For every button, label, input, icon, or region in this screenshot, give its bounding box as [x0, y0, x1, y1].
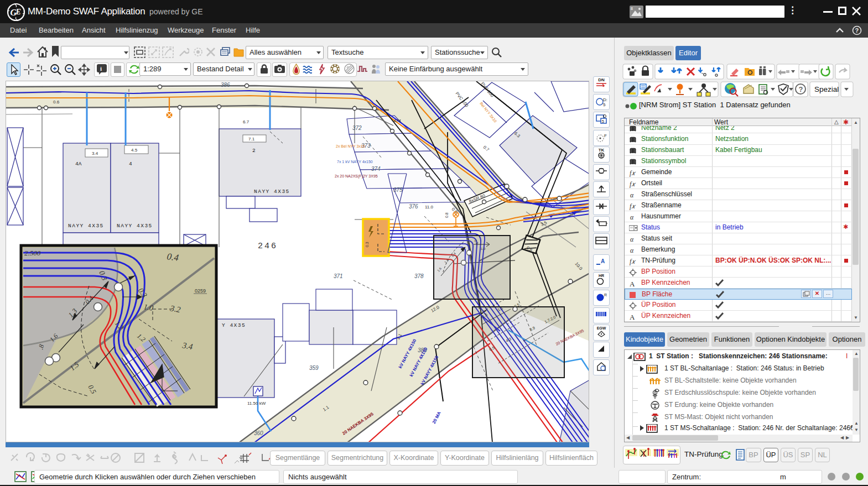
- svg-text:6.7: 6.7: [243, 119, 250, 124]
- svg-text:NAYY 4X35: NAYY 4X35: [254, 189, 290, 195]
- svg-text:386: 386: [221, 82, 230, 88]
- svg-text:2x 20 NA2XS(F)2Y 3X95: 2x 20 NA2XS(F)2Y 3X95: [335, 174, 378, 179]
- svg-text:3.4: 3.4: [92, 151, 98, 156]
- svg-text:Spezial: Spezial: [814, 85, 839, 93]
- svg-text:0.3: 0.3: [365, 242, 369, 247]
- svg-text:?: ?: [855, 27, 859, 34]
- svg-text:375: 375: [393, 187, 403, 193]
- svg-text:11.0: 11.0: [425, 205, 434, 210]
- svg-text:8: 8: [631, 7, 633, 11]
- svg-text:Y 4X35: Y 4X35: [222, 322, 246, 328]
- svg-text:360: 360: [254, 430, 263, 436]
- svg-text:0259: 0259: [195, 288, 206, 294]
- svg-text:NAYY 4X35: NAYY 4X35: [68, 223, 104, 229]
- svg-text:D:: D:: [603, 97, 607, 102]
- svg-text:0.6: 0.6: [53, 100, 60, 104]
- svg-text:371: 371: [334, 273, 343, 279]
- svg-text:?: ?: [799, 85, 803, 93]
- svg-text:2.500: 2.500: [24, 249, 41, 257]
- svg-text:4.5: 4.5: [131, 148, 138, 153]
- svg-text:11.50 kW: 11.50 kW: [247, 401, 266, 406]
- svg-text:0.4: 0.4: [166, 251, 179, 263]
- svg-text:374: 374: [371, 166, 381, 172]
- svg-text:7.1: 7.1: [248, 137, 255, 142]
- svg-text:E: E: [15, 8, 21, 16]
- svg-text:1.0: 1.0: [481, 247, 486, 250]
- svg-text:20: 20: [445, 166, 450, 171]
- svg-text:20 MA: 20 MA: [432, 411, 442, 425]
- svg-text:2: 2: [252, 148, 256, 154]
- svg-text:5: 5: [603, 102, 606, 107]
- svg-text:4A: 4A: [75, 161, 82, 167]
- svg-text:5: 5: [602, 119, 604, 123]
- svg-text:246: 246: [258, 242, 278, 251]
- svg-text:378: 378: [414, 273, 424, 279]
- svg-text:i: i: [100, 65, 102, 72]
- svg-text:NAYY 4X35: NAYY 4X35: [117, 223, 153, 229]
- svg-text:474: 474: [393, 118, 401, 123]
- svg-text:1.0: 1.0: [143, 302, 154, 312]
- svg-text:A: A: [601, 258, 605, 264]
- svg-text:359: 359: [309, 365, 319, 371]
- svg-text:7x 1 kV NAYY 4x150: 7x 1 kV NAYY 4x150: [337, 160, 373, 164]
- svg-text:0.8: 0.8: [445, 212, 449, 218]
- svg-text:0.7: 0.7: [482, 145, 491, 153]
- svg-text:F: F: [604, 133, 607, 138]
- svg-text:R: R: [604, 293, 607, 297]
- svg-text:372: 372: [352, 125, 362, 131]
- svg-text:2x Bel NYY 3x10: 2x Bel NYY 3x10: [336, 144, 365, 148]
- svg-text:4: 4: [129, 161, 132, 167]
- svg-text:376: 376: [409, 203, 418, 210]
